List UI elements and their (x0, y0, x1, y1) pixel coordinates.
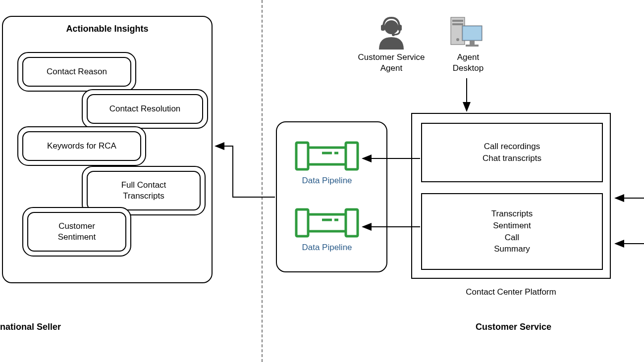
pill-keywords-rca: Keywords for RCA (17, 126, 146, 166)
contact-center-label: Contact Center Platform (411, 287, 611, 297)
pipeline-label-2: Data Pipeline (295, 243, 359, 253)
svg-point-0 (384, 20, 398, 34)
svg-rect-11 (466, 45, 479, 47)
pipeline-icon-2 (295, 208, 359, 238)
pill-contact-resolution: Contact Resolution (82, 89, 208, 129)
contact-center-container: Call recordings Chat transcripts Transcr… (411, 113, 611, 279)
pill-contact-resolution-label: Contact Resolution (87, 94, 203, 124)
pill-contact-reason: Contact Reason (17, 52, 136, 92)
pill-customer-sentiment: Customer Sentiment (22, 207, 131, 257)
agent-label: Customer Service Agent (342, 52, 441, 74)
svg-point-3 (392, 33, 395, 36)
agent-icon (372, 15, 411, 50)
desktop-icon (448, 15, 483, 50)
svg-rect-18 (296, 209, 308, 236)
svg-rect-19 (346, 209, 358, 236)
pill-full-transcripts-label: Full Contact Transcripts (87, 171, 201, 210)
svg-rect-1 (381, 25, 385, 31)
svg-rect-5 (452, 20, 463, 22)
divider-line (262, 0, 263, 362)
pill-keywords-rca-label: Keywords for RCA (22, 131, 141, 161)
pill-customer-sentiment-label: Customer Sentiment (27, 212, 126, 252)
svg-rect-9 (463, 27, 481, 40)
svg-rect-10 (470, 41, 475, 45)
desktop-label: Agent Desktop (443, 52, 493, 74)
pill-contact-reason-label: Contact Reason (22, 57, 131, 87)
insights-title: Actionable Insights (3, 24, 212, 34)
right-section-label: Customer Service (476, 322, 551, 332)
cc-box-recordings: Call recordings Chat transcripts (421, 123, 603, 182)
svg-rect-12 (296, 143, 308, 169)
svg-rect-6 (452, 23, 463, 25)
cc-box-transcripts: Transcripts Sentiment Call Summary (421, 193, 603, 270)
pipeline-icon-1 (295, 141, 359, 171)
svg-rect-13 (346, 143, 358, 169)
svg-point-7 (456, 38, 459, 41)
pipeline-label-1: Data Pipeline (295, 176, 359, 186)
svg-rect-2 (398, 25, 402, 31)
left-section-label: national Seller (0, 322, 61, 332)
